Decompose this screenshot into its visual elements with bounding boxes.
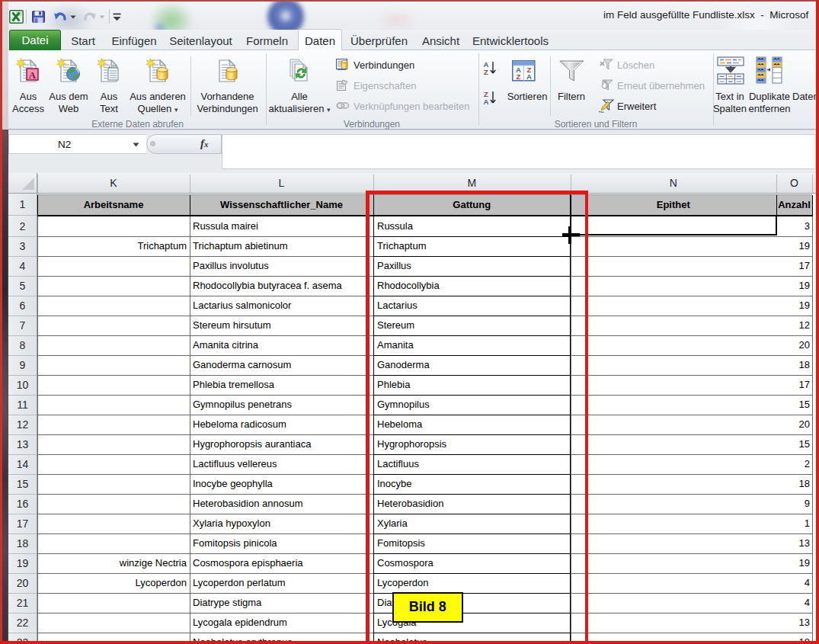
- svg-text:A: A: [484, 98, 489, 106]
- svg-text:A: A: [526, 72, 532, 81]
- svg-text:Z: Z: [484, 68, 488, 76]
- svg-text:A: A: [29, 69, 37, 81]
- svg-text:Z: Z: [517, 72, 521, 81]
